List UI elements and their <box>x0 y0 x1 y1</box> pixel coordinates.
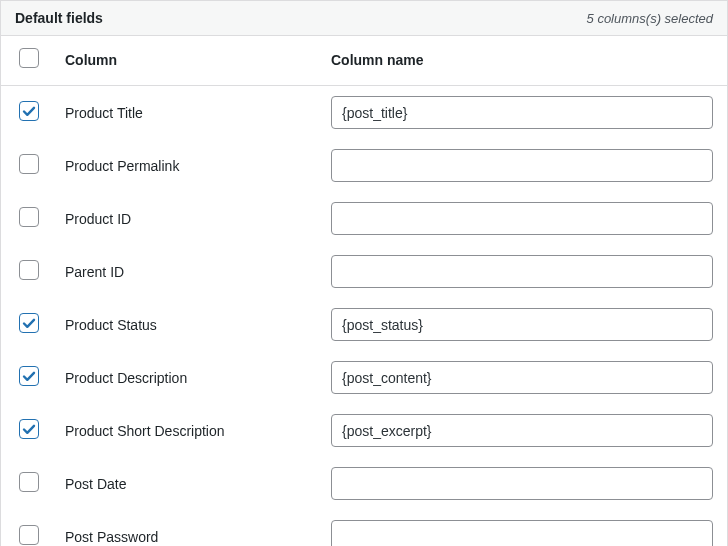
table-header-row: Column Column name <box>1 36 727 86</box>
row-column-name-cell <box>323 139 727 192</box>
row-column-name-cell <box>323 351 727 404</box>
row-column-label: Product Permalink <box>57 139 323 192</box>
table-row: Parent ID <box>1 245 727 298</box>
row-check-cell <box>1 192 57 245</box>
row-column-name-cell <box>323 457 727 510</box>
row-column-label: Product ID <box>57 192 323 245</box>
row-column-label: Product Description <box>57 351 323 404</box>
row-check-cell <box>1 139 57 192</box>
select-all-checkbox[interactable] <box>19 48 39 68</box>
table-row: Product Short Description <box>1 404 727 457</box>
column-name-input[interactable] <box>331 202 713 235</box>
row-checkbox[interactable] <box>19 154 39 174</box>
row-check-cell <box>1 86 57 140</box>
row-checkbox[interactable] <box>19 472 39 492</box>
columns-selected-status: 5 columns(s) selected <box>587 11 713 26</box>
row-check-cell <box>1 404 57 457</box>
row-check-cell <box>1 510 57 546</box>
row-checkbox[interactable] <box>19 366 39 386</box>
header-column-name: Column name <box>323 36 727 86</box>
row-checkbox[interactable] <box>19 260 39 280</box>
column-name-input[interactable] <box>331 414 713 447</box>
column-name-input[interactable] <box>331 255 713 288</box>
row-checkbox[interactable] <box>19 313 39 333</box>
table-row: Product ID <box>1 192 727 245</box>
row-column-label: Post Password <box>57 510 323 546</box>
column-name-input[interactable] <box>331 149 713 182</box>
table-row: Post Date <box>1 457 727 510</box>
table-row: Product Status <box>1 298 727 351</box>
panel-title: Default fields <box>15 10 103 26</box>
header-column: Column <box>57 36 323 86</box>
row-checkbox[interactable] <box>19 419 39 439</box>
row-check-cell <box>1 298 57 351</box>
row-column-label: Product Short Description <box>57 404 323 457</box>
table-row: Product Title <box>1 86 727 140</box>
row-column-name-cell <box>323 510 727 546</box>
default-fields-panel: Default fields 5 columns(s) selected Col… <box>0 0 728 546</box>
row-check-cell <box>1 245 57 298</box>
row-column-label: Product Title <box>57 86 323 140</box>
row-check-cell <box>1 457 57 510</box>
row-checkbox[interactable] <box>19 101 39 121</box>
row-column-name-cell <box>323 298 727 351</box>
fields-table: Column Column name Product TitleProduct … <box>1 36 727 546</box>
column-name-input[interactable] <box>331 361 713 394</box>
column-name-input[interactable] <box>331 520 713 546</box>
column-name-input[interactable] <box>331 308 713 341</box>
panel-header: Default fields 5 columns(s) selected <box>1 0 727 36</box>
row-column-label: Product Status <box>57 298 323 351</box>
header-select-all-cell <box>1 36 57 86</box>
row-column-name-cell <box>323 86 727 140</box>
row-checkbox[interactable] <box>19 525 39 545</box>
row-column-name-cell <box>323 245 727 298</box>
row-column-label: Post Date <box>57 457 323 510</box>
row-column-name-cell <box>323 404 727 457</box>
column-name-input[interactable] <box>331 467 713 500</box>
row-check-cell <box>1 351 57 404</box>
table-row: Product Description <box>1 351 727 404</box>
row-checkbox[interactable] <box>19 207 39 227</box>
table-row: Product Permalink <box>1 139 727 192</box>
row-column-label: Parent ID <box>57 245 323 298</box>
row-column-name-cell <box>323 192 727 245</box>
table-row: Post Password <box>1 510 727 546</box>
column-name-input[interactable] <box>331 96 713 129</box>
